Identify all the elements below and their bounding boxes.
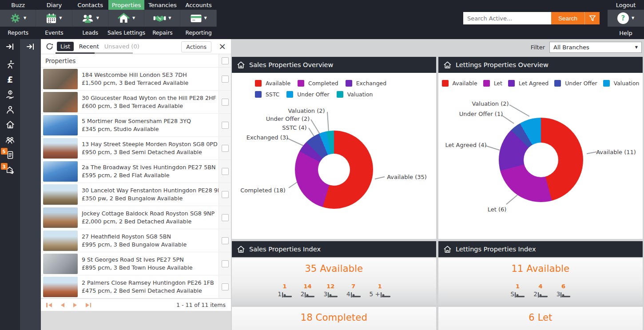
nav-tab-diary[interactable]: Diary bbox=[36, 0, 72, 10]
legend-swatch bbox=[346, 80, 352, 87]
panel-title: Lettings Properties Overview bbox=[456, 61, 549, 68]
bed-icon bbox=[561, 292, 570, 298]
document-icon[interactable]: 5 bbox=[4, 149, 16, 161]
property-list-item[interactable]: 2 Palmers Close Ramsey Huntingdon PE26 1… bbox=[41, 275, 231, 298]
chevron-down-icon[interactable]: ▼ bbox=[96, 16, 99, 20]
bed-count-value: 12 bbox=[326, 283, 334, 290]
branch-filter-select[interactable]: All Branches ▼ bbox=[549, 42, 642, 53]
property-checkbox[interactable] bbox=[222, 99, 229, 106]
gear-icon bbox=[9, 12, 21, 24]
bed-size-label: 3 bbox=[557, 290, 571, 298]
chevron-down-icon: ▼ bbox=[635, 46, 638, 49]
property-list-item[interactable]: 30 Lancelot Way Fenstanton Huntingdon PE… bbox=[41, 183, 231, 206]
collapse-panel-button[interactable] bbox=[20, 39, 41, 54]
property-checkbox[interactable] bbox=[222, 260, 229, 267]
tab-recent[interactable]: Recent bbox=[79, 43, 99, 50]
nav-tab-contacts[interactable]: Contacts bbox=[72, 0, 108, 10]
filter-row: Filter All Branches ▼ bbox=[231, 39, 644, 56]
header-right: Logout ? ▼ Help bbox=[608, 0, 644, 39]
prev-page-button[interactable] bbox=[61, 303, 64, 307]
property-checkbox[interactable] bbox=[222, 168, 229, 175]
search-input[interactable] bbox=[463, 12, 551, 24]
first-page-button[interactable] bbox=[46, 303, 52, 307]
pound-icon[interactable]: £ bbox=[4, 74, 16, 85]
chevron-down-icon[interactable]: ▼ bbox=[24, 16, 26, 20]
chart-area: Available (11) Let (6) Let Agreed (4) Un… bbox=[438, 92, 643, 227]
tab-list[interactable]: List bbox=[57, 42, 74, 51]
events-button[interactable]: ▼ bbox=[36, 10, 72, 27]
property-summary: £1,500 pcm, 3 Bed Terraced Available bbox=[82, 80, 219, 86]
last-page-button[interactable] bbox=[86, 303, 91, 307]
home-icon[interactable] bbox=[4, 119, 16, 131]
nav-tab-properties[interactable]: Properties bbox=[108, 0, 144, 10]
close-icon[interactable]: × bbox=[219, 40, 226, 52]
row-checkbox-cell bbox=[219, 91, 231, 113]
legend-label: Exchanged bbox=[356, 80, 386, 87]
legend-label: Let Agreed bbox=[519, 80, 549, 87]
chevron-down-icon[interactable]: ▼ bbox=[632, 16, 634, 20]
repairs-label[interactable]: Repairs bbox=[144, 27, 180, 39]
legend-item: Available bbox=[255, 80, 290, 87]
nav-tab-accounts[interactable]: Accounts bbox=[180, 0, 216, 10]
property-list-item[interactable]: 27 Heathfield Royston SG8 5BN £995 pcm, … bbox=[41, 229, 231, 252]
search-button[interactable]: Search bbox=[551, 12, 584, 24]
list-title: Properties bbox=[45, 54, 219, 67]
property-list-item[interactable]: 184 Westcombe Hill London SE3 7DH £1,500… bbox=[41, 68, 231, 91]
property-list-item[interactable]: 5 Mortimer Row Somersham PE28 3YQ £345 p… bbox=[41, 114, 231, 137]
property-photo bbox=[43, 184, 78, 205]
reports-button[interactable]: ▼ bbox=[0, 10, 36, 27]
pagination-controls bbox=[46, 303, 91, 307]
property-checkbox[interactable] bbox=[222, 237, 229, 244]
property-list: 184 Westcombe Hill London SE3 7DH £1,500… bbox=[41, 68, 231, 298]
events-label[interactable]: Events bbox=[36, 27, 72, 39]
property-address: 184 Westcombe Hill London SE3 7DH bbox=[82, 72, 219, 78]
lettings-donut-chart[interactable] bbox=[499, 118, 583, 202]
property-checkbox[interactable] bbox=[222, 283, 229, 290]
leads-label[interactable]: Leads bbox=[72, 27, 108, 39]
property-list-item[interactable]: Jockey Cottage Baldock Road Royston SG8 … bbox=[41, 206, 231, 229]
property-checkbox[interactable] bbox=[222, 76, 229, 83]
select-all-checkbox[interactable] bbox=[222, 57, 229, 64]
tab-unsaved[interactable]: Unsaved (0) bbox=[104, 43, 139, 50]
chevron-down-icon[interactable]: ▼ bbox=[59, 16, 62, 20]
bed-breakdown: 1 S 4 2 6 3 bbox=[438, 283, 643, 298]
chevron-down-icon[interactable]: ▼ bbox=[204, 16, 207, 20]
refresh-button[interactable] bbox=[46, 43, 53, 50]
search-filter-button[interactable] bbox=[584, 12, 600, 24]
property-checkbox[interactable] bbox=[222, 214, 229, 221]
chart-body: Available Let Let Agreed Under Offer Val… bbox=[438, 73, 643, 227]
handshake-icon bbox=[153, 13, 166, 24]
contact-icon[interactable] bbox=[4, 104, 16, 115]
property-list-item[interactable]: 9 St Georges Road St Ives PE27 5PN £895 … bbox=[41, 252, 231, 275]
leads-button[interactable]: ▼ bbox=[72, 10, 108, 27]
property-list-item[interactable]: 13 Hay Street Steeple Morden Royston SG8… bbox=[41, 137, 231, 160]
nav-tab-buzz[interactable]: Buzz bbox=[0, 0, 36, 10]
property-list-item[interactable]: 2a The Broadway St Ives Huntingdon PE27 … bbox=[41, 160, 231, 183]
group-icon[interactable] bbox=[4, 134, 16, 146]
nav-tab-tenancies[interactable]: Tenancies bbox=[144, 0, 180, 10]
reporting-button[interactable]: ▼ bbox=[180, 10, 216, 27]
sales-lettings-label[interactable]: Sales Lettings bbox=[108, 27, 144, 39]
property-checkbox[interactable] bbox=[222, 191, 229, 198]
sales-lettings-button[interactable]: ▼ bbox=[108, 10, 144, 27]
property-photo bbox=[43, 277, 78, 297]
property-checkbox[interactable] bbox=[222, 145, 229, 152]
help-button[interactable]: ? ▼ bbox=[608, 10, 644, 27]
property-tag-icon[interactable]: 3 bbox=[4, 164, 16, 176]
property-checkbox[interactable] bbox=[222, 122, 229, 129]
reports-label[interactable]: Reports bbox=[0, 27, 36, 39]
repairs-button[interactable]: ▼ bbox=[144, 10, 180, 27]
collapse-sidebar-button[interactable] bbox=[0, 39, 20, 54]
actions-button[interactable]: Actions bbox=[181, 41, 211, 52]
chevron-down-icon[interactable]: ▼ bbox=[132, 16, 135, 20]
reporting-label[interactable]: Reporting bbox=[180, 27, 216, 39]
applicant-icon[interactable] bbox=[4, 59, 16, 70]
hand-offer-icon[interactable] bbox=[4, 89, 16, 100]
property-list-item[interactable]: 30 Gloucester Road Wyton on the Hill PE2… bbox=[41, 91, 231, 114]
chevron-down-icon[interactable]: ▼ bbox=[168, 16, 171, 20]
sales-donut-chart[interactable] bbox=[295, 131, 373, 209]
help-label[interactable]: Help bbox=[608, 27, 644, 39]
donut-slice-label: Under Offer (1) bbox=[459, 111, 503, 117]
logout-button[interactable]: Logout bbox=[608, 0, 644, 10]
next-page-button[interactable] bbox=[73, 303, 77, 307]
